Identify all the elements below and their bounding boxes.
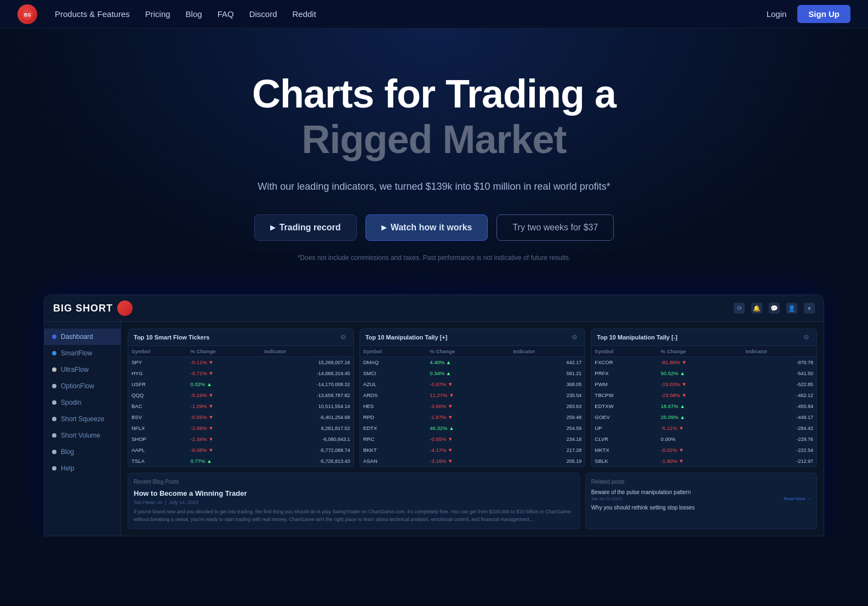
table-row: ASAN -3.16% ▼ 205.19 — [360, 456, 585, 467]
indicator-cell: -970.78 — [742, 357, 816, 368]
symbol-cell: PRFX — [591, 368, 657, 379]
sidebar-label-short-volume: Short Volume — [61, 432, 100, 439]
indicator-cell: 6,281,817.52 — [261, 423, 353, 434]
blog-post-excerpt: If you're brand new and you decided to g… — [134, 508, 574, 523]
symbol-cell: EDTXW — [591, 401, 657, 412]
indicator-cell: -541.50 — [742, 368, 816, 379]
logo[interactable]: BS — [18, 4, 37, 24]
sidebar-item-help[interactable]: Help — [44, 460, 121, 477]
manip-plus-col-symbol: Symbol — [360, 346, 427, 357]
indicator-cell: -449.17 — [742, 412, 816, 423]
sidebar-label-dashboard: Dashboard — [61, 333, 93, 341]
login-button[interactable]: Login — [767, 9, 787, 19]
dash-icon-bell[interactable]: 🔔 — [751, 303, 762, 314]
dash-icon-chat[interactable]: 💬 — [769, 303, 780, 314]
dash-header-icons: ⟳ 🔔 💬 👤 ▾ — [734, 303, 815, 314]
table-row: TSLA 0.77% ▲ -5,726,813.43 — [128, 456, 353, 467]
play-icon-watch: ▶ — [381, 224, 386, 231]
table-row: USFR 0.02% ▲ -14,170,008.32 — [128, 379, 353, 390]
manip-plus-settings-icon[interactable]: ⚙ — [572, 333, 579, 341]
hero-buttons: ▶ Trading record ▶ Watch how it works Tr… — [254, 214, 614, 241]
dash-header: BIG SHORT ⟳ 🔔 💬 👤 ▾ — [44, 295, 824, 322]
sidebar-item-smartflow[interactable]: SmartFlow — [44, 345, 121, 361]
dash-body: Dashboard SmartFlow UltraFlow OptionFlow… — [44, 322, 824, 536]
dash-icon-avatar[interactable]: 👤 — [786, 303, 797, 314]
sidebar-item-short-squeeze[interactable]: Short Squeeze — [44, 411, 121, 427]
sidebar-item-short-volume[interactable]: Short Volume — [44, 427, 121, 444]
change-cell: -23.03% ▼ — [658, 379, 743, 390]
related-item-1: Why you should rethink setting stop loss… — [591, 505, 811, 511]
dash-icon-chevron[interactable]: ▾ — [804, 303, 815, 314]
table-row: SHOP -2.34% ▼ -6,080,843.1 — [128, 434, 353, 445]
symbol-cell: SBLK — [591, 456, 657, 467]
sidebar-item-blog[interactable]: Blog — [44, 444, 121, 460]
symbol-cell: PWM — [591, 379, 657, 390]
symbol-cell: ASAN — [360, 456, 427, 467]
nav-pricing[interactable]: Pricing — [145, 9, 170, 19]
trial-button[interactable]: Try two weeks for $37 — [496, 214, 614, 241]
symbol-cell: RPD — [360, 412, 427, 423]
related-section: Related posts Beware of the pulse manipu… — [585, 473, 817, 529]
table-row: EDTX 46.32% ▲ 254.59 — [360, 423, 585, 434]
sidebar-dot-short-volume — [52, 433, 56, 438]
symbol-cell: BSV — [128, 412, 187, 423]
dash-icon-refresh[interactable]: ⟳ — [734, 303, 745, 314]
sidebar-item-optionflow[interactable]: OptionFlow — [44, 378, 121, 394]
sidebar-item-spodin[interactable]: Spodin — [44, 394, 121, 411]
manip-plus-col-change: % Change — [426, 346, 510, 357]
hero-title-bottom: Rigged Market — [301, 118, 566, 161]
related-item-0-title[interactable]: Beware of the pulse manipulation pattern — [591, 489, 811, 495]
nav-blog[interactable]: Blog — [186, 9, 202, 19]
change-cell: -1.80% ▼ — [658, 456, 743, 467]
sidebar-dot-smartflow — [52, 351, 56, 355]
change-cell: -0.67% ▼ — [426, 379, 510, 390]
symbol-cell: TSLA — [128, 456, 187, 467]
change-cell: 46.32% ▲ — [426, 423, 510, 434]
nav-products-features[interactable]: Products & Features — [55, 9, 130, 19]
nav-faq[interactable]: FAQ — [218, 9, 234, 19]
smart-flow-table-title: Top 10 Smart Flow Tickers — [134, 334, 209, 341]
table-row: SBLK -1.80% ▼ -212.97 — [591, 456, 816, 467]
tables-row: Top 10 Smart Flow Tickers ⚙ Symbol % Cha… — [128, 329, 817, 467]
change-cell: -1.09% ▼ — [187, 401, 261, 412]
table-row: DMAQ 4.40% ▲ 642.17 — [360, 357, 585, 368]
manip-minus-settings-icon[interactable]: ⚙ — [803, 333, 811, 341]
indicator-cell: 205.19 — [510, 456, 585, 467]
symbol-cell: ARDS — [360, 390, 427, 401]
indicator-cell: 581.21 — [510, 368, 585, 379]
signup-button[interactable]: Sign Up — [797, 5, 850, 23]
table-row: RPD -1.87% ▼ 259.48 — [360, 412, 585, 423]
indicator-cell: 283.63 — [510, 401, 585, 412]
hero-subtitle: With our leading indicators, we turned $… — [258, 179, 610, 195]
smart-flow-settings-icon[interactable]: ⚙ — [340, 333, 348, 341]
symbol-cell: MKTX — [591, 445, 657, 456]
change-cell: 0.02% ▲ — [187, 379, 261, 390]
manip-minus-table-title: Top 10 Manipulation Tally [-] — [597, 334, 677, 341]
symbol-cell: TBCPW — [591, 390, 657, 401]
change-cell: 0.34% ▲ — [426, 368, 510, 379]
related-item-0-read-more[interactable]: Read More → — [784, 496, 811, 501]
related-item-1-title[interactable]: Why you should rethink setting stop loss… — [591, 505, 811, 511]
blog-post-author: Tao Hwan Jo | July 14, 2023 — [134, 500, 574, 505]
watch-button[interactable]: ▶ Watch how it works — [366, 214, 488, 241]
change-cell: 4.40% ▲ — [426, 357, 510, 368]
nav-discord[interactable]: Discord — [249, 9, 277, 19]
sidebar-item-ultraflow[interactable]: UltraFlow — [44, 361, 121, 378]
trading-record-button[interactable]: ▶ Trading record — [254, 214, 357, 241]
sidebar-item-dashboard[interactable]: Dashboard — [44, 329, 121, 345]
table-row: SMCI 0.34% ▲ 581.21 — [360, 368, 585, 379]
symbol-cell: GOEV — [591, 412, 657, 423]
blog-post-title[interactable]: How to Become a Winning Trader — [134, 489, 574, 497]
manip-plus-table-header: Top 10 Manipulation Tally [+] ⚙ — [360, 329, 585, 346]
symbol-cell: CLVR — [591, 434, 657, 445]
symbol-cell: FXCOR — [591, 357, 657, 368]
change-cell: -0.02% ▼ — [658, 445, 743, 456]
smart-flow-col-change: % Change — [187, 346, 261, 357]
watch-label: Watch how it works — [391, 223, 472, 233]
smart-flow-table-card: Top 10 Smart Flow Tickers ⚙ Symbol % Cha… — [128, 329, 354, 467]
indicator-cell: -222.54 — [742, 445, 816, 456]
hero-disclaimer: *Does not include commissions and taxes.… — [298, 254, 570, 262]
nav-reddit[interactable]: Reddit — [293, 9, 316, 19]
indicator-cell: -13,658,787.82 — [261, 390, 353, 401]
sidebar-dot-dashboard — [52, 335, 56, 339]
